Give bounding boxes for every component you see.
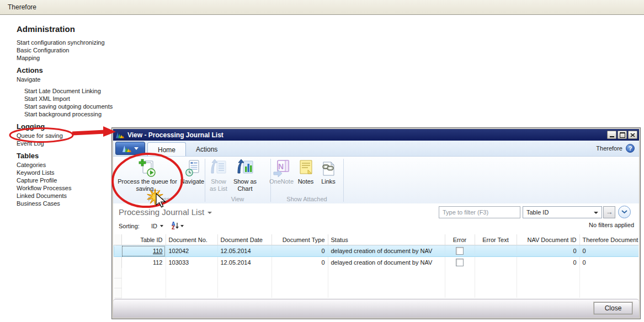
onenote-icon: N [268, 158, 295, 178]
group-separator [343, 159, 344, 202]
column-header-table_id[interactable]: Table ID [121, 234, 166, 245]
table-row[interactable]: 11010204212.05.20140delayed creation of … [114, 245, 639, 257]
ribbon-tabs: Home Actions [147, 142, 227, 156]
show-as-chart-label: Show as Chart [233, 178, 257, 192]
sidebar-item[interactable]: Start saving outgoing documents [17, 103, 138, 110]
sorting-label: Sorting: [119, 223, 140, 229]
nav-app-icon [115, 131, 125, 139]
cell-status[interactable]: delayed creation of document by NAV [328, 257, 445, 269]
table-row[interactable]: 11210303312.05.20140delayed creation of … [114, 257, 639, 269]
column-header-error_text[interactable]: Error Text [475, 234, 517, 245]
cell-document_type[interactable]: 0 [272, 245, 328, 257]
onenote-label: OneNote [269, 178, 294, 185]
arrow-right-icon: → [606, 208, 613, 216]
links-button[interactable]: Links [317, 158, 339, 196]
group-label-view: View [205, 196, 270, 202]
close-window-button[interactable] [628, 131, 637, 139]
cell-error_text[interactable] [475, 245, 517, 257]
chevron-down-icon [134, 147, 139, 150]
cell-error[interactable] [445, 245, 475, 257]
notes-label: Notes [298, 178, 314, 185]
filter-input[interactable] [439, 206, 520, 218]
sidebar-item[interactable]: Mapping [17, 54, 138, 62]
sidebar-item[interactable]: Start configuration synchronizing [17, 39, 138, 46]
empty-grid-row [114, 288, 639, 298]
nav-logo-icon [122, 144, 132, 153]
notes-button[interactable]: Notes [295, 158, 316, 196]
cell-document_no[interactable]: 103033 [166, 257, 217, 269]
ribbon-tabstrip: Home Actions Therefore ? [113, 141, 639, 157]
row-selector[interactable] [114, 245, 122, 257]
navigate-icon [179, 158, 206, 178]
maximize-button[interactable] [618, 131, 627, 139]
column-header-error[interactable]: Error [445, 234, 475, 245]
close-icon [630, 133, 635, 137]
page-title-text: Processing Journal List [119, 207, 204, 217]
sidebar-item[interactable]: Start background processing [17, 110, 138, 118]
brand-area: Therefore ? [596, 144, 635, 153]
app-header-title: Therefore [8, 3, 36, 11]
sidebar-item: Administration [17, 24, 138, 34]
links-icon [317, 158, 339, 178]
expand-filter-pane-button[interactable] [618, 206, 631, 218]
sorting-field-dropdown[interactable]: ID [151, 223, 163, 229]
column-header-document_date[interactable]: Document Date [217, 234, 272, 245]
error-checkbox[interactable] [456, 259, 464, 266]
links-label: Links [321, 178, 336, 185]
cell-status[interactable]: delayed creation of document by NAV [328, 245, 445, 257]
minimize-icon [610, 136, 614, 137]
cell-document_type[interactable]: 0 [272, 257, 328, 269]
arrow-down-icon [175, 223, 179, 229]
tab-actions[interactable]: Actions [186, 142, 227, 156]
sidebar-item: Actions [17, 66, 138, 74]
cell-nav_document_id[interactable]: 0 [517, 245, 579, 257]
cell-table_id[interactable]: 112 [121, 257, 166, 269]
cell-error[interactable] [445, 257, 475, 269]
group-label-show-attached: Show Attached [270, 196, 343, 202]
brand-label: Therefore [596, 145, 622, 152]
application-menu-button[interactable] [115, 142, 145, 155]
row-selector-header [114, 234, 122, 245]
error-checkbox[interactable] [456, 247, 464, 255]
window-title: View - Processing Journal List [125, 131, 606, 139]
sidebar-item[interactable]: Navigate [17, 76, 138, 83]
cell-document_date[interactable]: 12.05.2014 [217, 257, 272, 269]
process-queue-label: Process the queue for saving... [118, 178, 177, 192]
minimize-button[interactable] [607, 131, 616, 139]
process-queue-button[interactable]: Process the queue for saving... [116, 158, 178, 196]
chevron-down-icon [160, 225, 163, 227]
window-titlebar[interactable]: View - Processing Journal List [113, 129, 639, 141]
filter-column-select[interactable]: Table ID [523, 206, 602, 218]
chevron-down-icon [594, 212, 598, 214]
row-selector[interactable] [114, 257, 122, 269]
navigate-button[interactable]: Navigate [179, 158, 206, 196]
column-header-document_type[interactable]: Document Type [272, 234, 328, 245]
cell-therefore_document[interactable]: 0 [579, 245, 638, 257]
group-label-process: Process [113, 196, 205, 202]
chevron-down-icon [621, 210, 627, 214]
column-header-status[interactable]: Status [328, 234, 445, 245]
cell-table_id[interactable]: 110 [121, 245, 166, 257]
page-title[interactable]: Processing Journal List [119, 207, 212, 217]
sort-order-button[interactable]: AZ [172, 222, 184, 230]
cell-nav_document_id[interactable]: 0 [517, 257, 579, 269]
column-header-therefore_document[interactable]: Therefore Document ... [579, 234, 638, 245]
sidebar-item[interactable]: Start XML Import [17, 95, 138, 103]
show-as-chart-button[interactable]: Show as Chart [231, 158, 259, 196]
cell-error_text[interactable] [475, 257, 517, 269]
table-id-link[interactable]: 110 [153, 248, 163, 254]
cell-therefore_document[interactable]: 0 [579, 257, 638, 269]
sidebar-item[interactable]: Basic Configuration [17, 46, 138, 54]
close-button[interactable]: Close [594, 302, 632, 314]
cell-document_no[interactable]: 102042 [166, 245, 217, 257]
apply-filter-button[interactable]: → [603, 206, 615, 218]
grid-header-row: Table IDDocument No.Document DateDocumen… [114, 234, 639, 245]
column-header-nav_document_id[interactable]: NAV Document ID [517, 234, 579, 245]
sidebar-item[interactable]: Start Late Document Linking [17, 87, 138, 95]
cell-document_date[interactable]: 12.05.2014 [217, 245, 272, 257]
column-header-document_no[interactable]: Document No. [166, 234, 217, 245]
tab-home[interactable]: Home [147, 142, 186, 156]
help-icon[interactable]: ? [626, 144, 635, 153]
ribbon: Process the queue for saving... Navigate [113, 157, 639, 205]
onenote-button: N OneNote [268, 158, 295, 196]
